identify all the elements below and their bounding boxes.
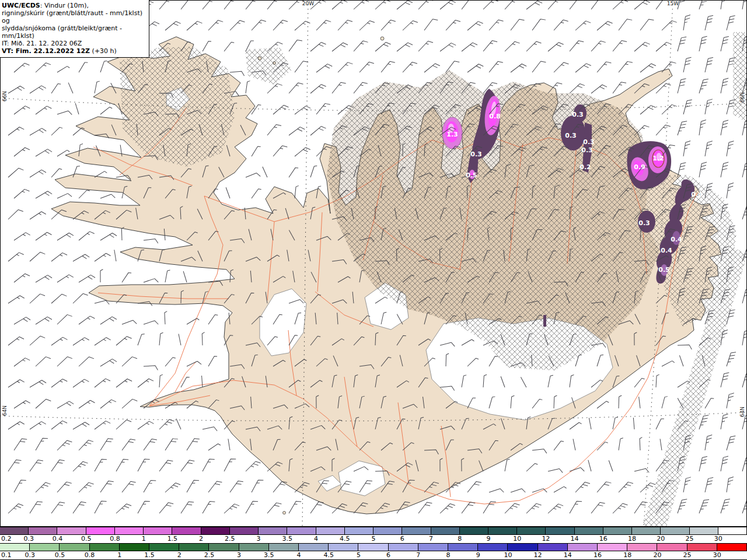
legend-cell (690, 527, 718, 534)
legend-tick-label: 25 (683, 551, 692, 559)
legend-cell (90, 544, 120, 551)
legend-cell (488, 527, 517, 534)
legend-cell (717, 544, 747, 551)
legend-cell (149, 544, 179, 551)
legend-cell (603, 527, 632, 534)
precip-value-label: 0.3 (583, 138, 595, 146)
precip-value-label: 0.3 (638, 219, 650, 227)
legend-cell (179, 544, 209, 551)
precip-value-label: 0.2 (580, 163, 591, 171)
legend-cell (299, 544, 329, 551)
precip-value-label: 0.3 (470, 150, 482, 158)
legend-tick-label: 7 (416, 551, 420, 559)
legend-cell (687, 544, 717, 551)
parallel-label: 66N (2, 91, 8, 102)
legend-tick-label: 0.2 (1, 535, 12, 542)
parallel-label: 64N (739, 407, 745, 417)
weather-map (0, 0, 747, 527)
legend-tick-label: 20 (653, 551, 661, 559)
legend-tick-label: 0.1 (1, 551, 12, 559)
sleet-scale-labels: 0.20.30.40.50.811.522.533.544.5567891012… (0, 535, 747, 543)
legend-tick-label: 2.5 (204, 551, 215, 559)
precip-value-label: 0.8 (489, 113, 501, 120)
legend-cell (57, 527, 86, 534)
precip-value-label: 1.2 (652, 155, 664, 162)
legend-cell (209, 544, 239, 551)
legend-cell (448, 544, 478, 551)
precip-value-label: 0.3 (565, 132, 577, 139)
title-line: slydda/snjókoma (grátt/bleikt/grænt - mm… (2, 24, 146, 40)
legend-tick-label: 1.5 (144, 551, 155, 559)
legend-tick-label: 3 (237, 551, 241, 559)
legend-tick-label: 6 (386, 551, 390, 559)
legend-cell (718, 527, 747, 534)
legend-tick-label: 1.5 (167, 535, 178, 542)
precip-value-label: 0.3 (572, 111, 584, 118)
legend-tick-label: 9 (476, 551, 480, 559)
legend-tick-label: 20 (657, 535, 665, 542)
legend-cell (460, 527, 488, 534)
legend-tick-label: 4.5 (340, 535, 350, 542)
parallel-label: 66N (739, 92, 745, 103)
meridian-label: 15W (667, 1, 679, 6)
precip-value-label: 0.4 (671, 236, 682, 243)
legend-tick-label: 18 (628, 535, 636, 542)
precip-value-label: 0.5 (658, 266, 670, 274)
legend-tick-label: 18 (623, 551, 631, 559)
title-box: UWC/ECDS: Vindur (10m),rigning/skúrir (g… (0, 0, 149, 58)
legend-cell (431, 527, 460, 534)
legend-tick-label: 6 (400, 535, 404, 542)
legend-cell (575, 527, 603, 534)
legend: 0.20.30.40.50.811.522.533.544.5567891012… (0, 527, 747, 560)
legend-tick-label: 2 (199, 535, 203, 542)
legend-cell (568, 544, 598, 551)
legend-tick-label: 30 (713, 551, 721, 559)
legend-cell (661, 527, 689, 534)
legend-cell (0, 544, 30, 551)
legend-cell (269, 544, 299, 551)
title-line: IT: Mið. 21. 12. 2022 06Z (2, 40, 146, 47)
title-line: VT: Fim. 22.12.2022 12Z (+30 h) (2, 47, 146, 55)
legend-tick-label: 0.3 (23, 535, 34, 542)
precip-value-label: 1.3 (446, 131, 458, 138)
precip-value-label: 0.3 (581, 146, 593, 154)
legend-cell (316, 527, 345, 534)
legend-tick-label: 3.5 (264, 551, 274, 559)
legend-tick-label: 4 (314, 535, 318, 542)
meridian-label: 20W (302, 1, 314, 6)
legend-tick-label: 1 (142, 535, 146, 542)
legend-tick-label: 16 (594, 551, 602, 559)
rain-scale-labels: 0.10.30.50.811.522.533.544.5567891012141… (0, 551, 747, 560)
legend-cell (632, 527, 661, 534)
legend-tick-label: 14 (564, 551, 572, 559)
legend-tick-label: 10 (513, 535, 521, 542)
legend-tick-label: 30 (714, 535, 722, 542)
legend-cell (120, 544, 149, 551)
legend-cell (657, 544, 687, 551)
legend-cell (478, 544, 508, 551)
legend-cell (538, 544, 568, 551)
legend-tick-label: 25 (686, 535, 694, 542)
legend-cell (30, 544, 60, 551)
legend-tick-label: 7 (429, 535, 433, 542)
legend-cell (60, 544, 89, 551)
map-area: 20W15W66N64N66N64N 1.30.80.30.50.30.30.3… (0, 0, 747, 527)
legend-cell (287, 527, 316, 534)
legend-tick-label: 2.5 (225, 535, 235, 542)
legend-cell (517, 527, 546, 534)
legend-tick-label: 16 (599, 535, 608, 542)
legend-cell (86, 527, 115, 534)
title-line: rigning/skúrir (grænt/blátt/rautt - mm/1… (2, 9, 146, 24)
legend-cell (627, 544, 657, 551)
legend-cell (29, 527, 57, 534)
legend-tick-label: 14 (571, 535, 579, 542)
sleet-scale-bar (0, 527, 747, 535)
precip-value-label: 0.5 (466, 172, 477, 179)
legend-tick-label: 8 (458, 535, 462, 542)
legend-cell (546, 527, 574, 534)
legend-tick-label: 0.4 (53, 535, 63, 542)
legend-cell (259, 527, 287, 534)
legend-cell (418, 544, 448, 551)
legend-cell (115, 527, 144, 534)
legend-tick-label: 0.5 (55, 551, 65, 559)
